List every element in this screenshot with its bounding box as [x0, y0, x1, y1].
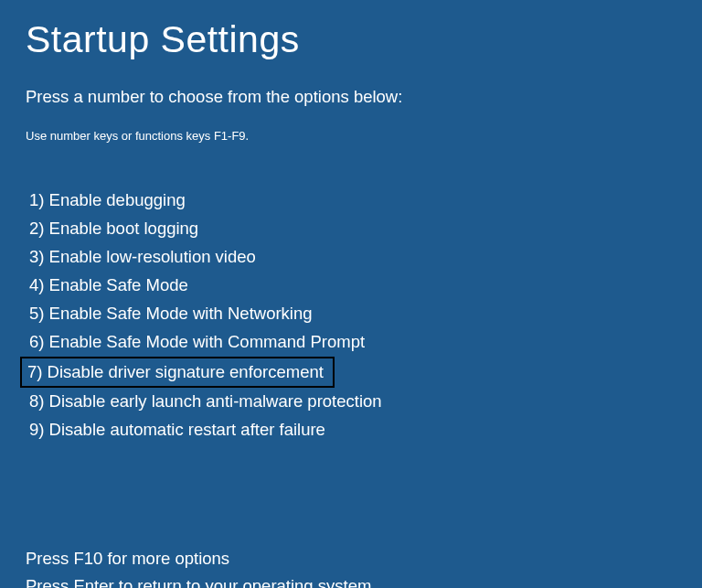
page-title: Startup Settings [26, 18, 676, 61]
subtitle: Press a number to choose from the option… [26, 87, 676, 107]
option-3[interactable]: 3) Enable low-resolution video [26, 243, 260, 271]
option-9[interactable]: 9) Disable automatic restart after failu… [26, 416, 329, 444]
option-7[interactable]: 7) Disable driver signature enforcement [20, 357, 335, 388]
option-5[interactable]: 5) Enable Safe Mode with Networking [26, 300, 316, 327]
footer: Press F10 for more options Press Enter t… [26, 545, 676, 588]
option-4[interactable]: 4) Enable Safe Mode [26, 272, 192, 299]
option-6[interactable]: 6) Enable Safe Mode with Command Prompt [26, 328, 368, 356]
more-options-hint: Press F10 for more options [26, 545, 676, 572]
option-2[interactable]: 2) Enable boot logging [26, 215, 202, 242]
option-1[interactable]: 1) Enable debugging [26, 187, 189, 214]
return-hint: Press Enter to return to your operating … [26, 572, 676, 588]
key-hint: Use number keys or functions keys F1-F9. [26, 129, 676, 143]
option-8[interactable]: 8) Disable early launch anti-malware pro… [26, 388, 386, 415]
options-list: 1) Enable debugging2) Enable boot loggin… [26, 187, 676, 444]
